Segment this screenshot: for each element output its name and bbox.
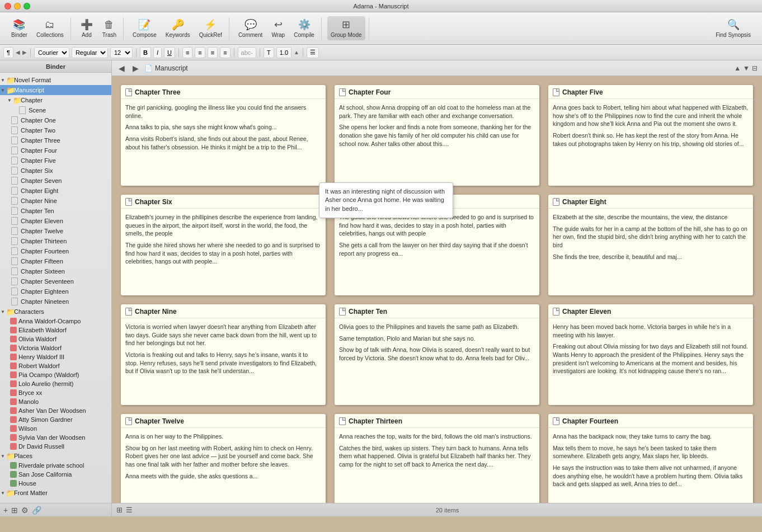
trash-button[interactable]: 🗑 Trash [99, 17, 120, 40]
binder-item-chapter-four[interactable]: Chapter Four [0, 145, 111, 156]
binder-item-chapter-sixteen[interactable]: Chapter Sixteen [0, 266, 111, 276]
binder-item-scene[interactable]: Scene [0, 105, 111, 115]
binder-item-characters[interactable]: ▼📁Characters [0, 307, 111, 317]
compose-button[interactable]: 📝 Compose [129, 16, 160, 40]
list-btn[interactable]: ☰ [307, 47, 319, 58]
binder-item-chapter-eighteen[interactable]: Chapter Eighteen [0, 286, 111, 296]
forward-btn[interactable]: ▶ [130, 63, 141, 74]
spacing-arrow[interactable]: ▲ [294, 49, 299, 55]
line-spacing-btn[interactable]: 1.0 [276, 47, 291, 58]
align-center-btn[interactable]: ≡ [195, 47, 205, 58]
binder-item-chapter-eight[interactable]: Chapter Eight [0, 186, 111, 196]
font-select[interactable]: Courier [34, 47, 69, 58]
binder-item-dr-david[interactable]: Dr David Russell [0, 442, 111, 451]
binder-item-novel-format[interactable]: ▼📁Novel Format [0, 75, 111, 85]
binder-item-chapter-six[interactable]: Chapter Six [0, 166, 111, 176]
card-card-five[interactable]: Chapter FiveAnna goes back to Robert, te… [548, 85, 753, 186]
binder-item-pia-ocampo[interactable]: Pia Ocampo (Waldorf) [0, 370, 111, 379]
list-view-icon[interactable]: ☰ [126, 506, 133, 514]
binder-item-lolo-aurelio[interactable]: Lolo Aurelio (hermit) [0, 379, 111, 388]
binder-item-atty-simon[interactable]: Atty Simon Gardner [0, 415, 111, 424]
binder-item-chapter-five[interactable]: Chapter Five [0, 156, 111, 166]
maximize-button[interactable] [23, 3, 30, 10]
settings-btn[interactable]: ⚙ [21, 506, 29, 515]
grid-view-icon[interactable]: ⊞ [116, 506, 123, 514]
expand-btn[interactable]: ▼ [743, 64, 750, 72]
close-button[interactable] [4, 3, 11, 10]
add-button[interactable]: ➕ Add [77, 16, 97, 40]
binder-item-robert-waldorf[interactable]: Robert Waldorf [0, 361, 111, 370]
wrap-button[interactable]: ↩ Wrap [268, 16, 288, 40]
binder-item-riverdale[interactable]: Riverdale private school [0, 461, 111, 470]
style-select[interactable]: Regular [72, 47, 108, 58]
binder-item-elizabeth-waldorf[interactable]: Elizabeth Waldorf [0, 326, 111, 335]
add-binder-btn[interactable]: + [3, 506, 8, 515]
card-card-eight[interactable]: Chapter EightElizabeth at the site, desc… [548, 195, 753, 295]
card-card-fourteen[interactable]: Chapter FourteenAnna has the backpack no… [548, 414, 753, 503]
align-justify-btn[interactable]: ≡ [220, 47, 230, 58]
card-card-three[interactable]: Chapter ThreeThe girl panicking, googlin… [121, 85, 326, 186]
binder-item-sylvia[interactable]: Sylvia Van der Woodsen [0, 433, 111, 442]
card-card-eleven[interactable]: Chapter ElevenHenry has been moved back … [548, 304, 753, 405]
para-right-arrow[interactable]: ▶ [22, 49, 27, 55]
binder-item-manuscript[interactable]: ▼📁Manuscript [0, 85, 111, 95]
align-left-btn[interactable]: ≡ [182, 47, 192, 58]
indent-btn[interactable]: T [264, 47, 274, 58]
underline-btn[interactable]: U [164, 47, 175, 58]
group-mode-button[interactable]: ⊞ Group Mode [327, 16, 365, 40]
binder-item-chapter-seventeen[interactable]: Chapter Seventeen [0, 276, 111, 286]
find-synopsis-button[interactable]: 🔍 Find Synopsis [712, 16, 754, 40]
keywords-button[interactable]: 🔑 Keywords [162, 16, 194, 40]
card-card-ten[interactable]: Chapter TenOlivia goes to the Philippine… [335, 304, 539, 405]
binder-item-chapter-seven[interactable]: Chapter Seven [0, 176, 111, 186]
card-card-nine[interactable]: Chapter NineVictoria is worried when law… [121, 304, 326, 405]
split-btn[interactable]: ⊟ [752, 64, 758, 72]
card-card-twelve[interactable]: Chapter TwelveAnna is on her way to the … [121, 414, 326, 503]
binder-item-chapter-two[interactable]: Chapter Two [0, 125, 111, 135]
binder-item-chapter-fifteen[interactable]: Chapter Fifteen [0, 256, 111, 266]
binder-item-chapter-nineteen[interactable]: Chapter Nineteen [0, 296, 111, 307]
binder-item-front-matter[interactable]: ▼📁Front Matter [0, 488, 111, 498]
binder-item-san-jose[interactable]: San Jose California [0, 470, 111, 479]
card-card-thirteen[interactable]: Chapter ThirteenAnna reaches the top, wa… [335, 414, 539, 503]
compile-button[interactable]: ⚙️ Compile [290, 16, 318, 40]
para-left-arrow[interactable]: ◀ [16, 49, 20, 55]
binder-content[interactable]: ▼📁Novel Format▼📁Manuscript▼📁ChapterScene… [0, 73, 111, 503]
card-card-six[interactable]: Chapter SixElizabeth's journey in the ph… [121, 195, 326, 295]
quickref-button[interactable]: ⚡ QuickRef [196, 16, 225, 40]
binder-item-bryce[interactable]: Bryce xx [0, 388, 111, 397]
binder-item-chapter-fourteen[interactable]: Chapter Fourteen [0, 246, 111, 256]
italic-btn[interactable]: I [153, 47, 162, 58]
binder-item-chapter-eleven[interactable]: Chapter Eleven [0, 216, 111, 226]
binder-item-henry-waldorf[interactable]: Henry Waldorf III [0, 352, 111, 361]
binder-item-chapter-one[interactable]: Chapter One [0, 115, 111, 125]
color-btn[interactable]: abc- [238, 47, 256, 58]
link-btn[interactable]: 🔗 [32, 506, 41, 515]
binder-button[interactable]: 📚 Binder [8, 16, 31, 40]
binder-item-asher[interactable]: Asher Van Der Woodsen [0, 406, 111, 415]
binder-item-house[interactable]: House [0, 479, 111, 488]
comment-button[interactable]: 💬 Comment [235, 16, 266, 40]
binder-item-chapter-three[interactable]: Chapter Three [0, 135, 111, 145]
collections-button[interactable]: 🗂 Collections [33, 17, 67, 40]
binder-item-manolo[interactable]: Manolo [0, 397, 111, 406]
align-right-btn[interactable]: ≡ [208, 47, 218, 58]
binder-item-places[interactable]: ▼📁Places [0, 451, 111, 461]
binder-item-chapter-thirteen[interactable]: Chapter Thirteen [0, 236, 111, 246]
binder-item-victoria-waldorf[interactable]: Victoria Waldorf [0, 343, 111, 352]
binder-item-anna-waldorf[interactable]: Anna Waldorf-Ocampo [0, 317, 111, 326]
bold-btn[interactable]: B [140, 47, 151, 58]
binder-item-wilson[interactable]: Wilson [0, 424, 111, 433]
para-style-btn[interactable]: ¶ [3, 47, 13, 58]
minimize-button[interactable] [14, 3, 21, 10]
binder-item-chapter-ten[interactable]: Chapter Ten [0, 206, 111, 216]
binder-item-chapter-twelve[interactable]: Chapter Twelve [0, 226, 111, 236]
binder-item-chapter-nine[interactable]: Chapter Nine [0, 196, 111, 206]
card-card-four[interactable]: Chapter FourAt school, show Anna droppin… [335, 85, 539, 186]
size-select[interactable]: 12 [110, 47, 133, 58]
back-btn[interactable]: ◀ [116, 63, 127, 74]
binder-item-chapter-group[interactable]: ▼📁Chapter [0, 95, 111, 105]
collapse-btn[interactable]: ▲ [734, 64, 741, 72]
binder-item-olivia-waldorf[interactable]: Olivia Waldorf [0, 335, 111, 343]
add-group-btn[interactable]: ⊞ [11, 506, 18, 515]
